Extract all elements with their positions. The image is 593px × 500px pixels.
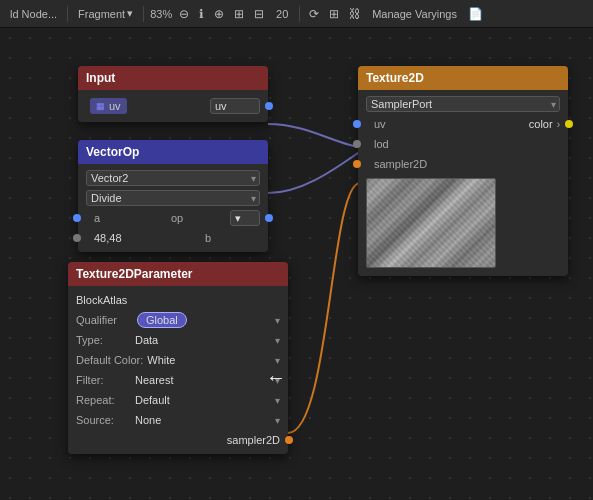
mode-dropdown[interactable]: Fragment ▾ — [74, 5, 137, 22]
vectorop-header: VectorOp — [78, 140, 268, 164]
source-chevron: ▾ — [275, 415, 280, 426]
source-label: Source: — [76, 414, 131, 426]
canvas-area[interactable]: Input ▦ uv uv VectorOp — [0, 28, 593, 500]
input-uv-row: ▦ uv uv — [78, 94, 268, 118]
samplerport-select[interactable]: SamplerPort — [366, 96, 560, 112]
type-label: Type: — [76, 334, 131, 346]
default-color-val: White — [147, 354, 175, 366]
vectorop-b-port[interactable] — [73, 234, 81, 242]
vectorop-type-row: Vector2 — [78, 168, 268, 188]
texture2d-sampler-row: SamplerPort — [358, 94, 568, 114]
t2dparam-filter-row: Filter: Nearest ▾ — [68, 370, 288, 390]
node-texture2d: Texture2D SamplerPort uv color › — [358, 66, 568, 276]
node-texture2dparam: Texture2DParameter BlockAtlas Qualifier … — [68, 262, 288, 454]
texture2d-sampler2d-port[interactable] — [353, 160, 361, 168]
zoom-number: 20 — [271, 8, 293, 20]
link-button[interactable]: ⛓ — [346, 6, 364, 22]
op-select[interactable]: ▾ — [230, 210, 260, 226]
node-input: Input ▦ uv uv — [78, 66, 268, 122]
separator-1 — [67, 6, 68, 22]
type-chevron: ▾ — [275, 335, 280, 346]
texture2d-sampler2d-row: sampler2D — [358, 154, 568, 174]
t2dparam-name: BlockAtlas — [76, 294, 127, 306]
texture-noise — [367, 179, 495, 267]
t2dparam-body: BlockAtlas Qualifier Global ▾ Type: Data… — [68, 286, 288, 454]
t2dparam-output-port[interactable] — [285, 436, 293, 444]
t2dparam-repeat-row: Repeat: Default ▾ — [68, 390, 288, 410]
arrow-indicator: ← — [266, 366, 286, 389]
texture2d-body: SamplerPort uv color › lod — [358, 90, 568, 276]
texture2d-uv-port[interactable] — [353, 120, 361, 128]
manage-varyings[interactable]: Manage Varyings — [368, 6, 461, 22]
input-body: ▦ uv uv — [78, 90, 268, 122]
uv-icon: ▦ — [96, 101, 105, 111]
texture2d-lod-port[interactable] — [353, 140, 361, 148]
t2dparam-color-row: Default Color: White ▾ — [68, 350, 288, 370]
grid-button-2[interactable]: ⊟ — [251, 6, 267, 22]
op-label: op — [171, 212, 226, 224]
texture-preview — [366, 178, 496, 268]
qualifier-chevron: ▾ — [275, 315, 280, 326]
filter-val: Nearest — [135, 374, 174, 386]
t2dparam-type-row: Type: Data ▾ — [68, 330, 288, 350]
node-vectorop: VectorOp Vector2 Divide — [78, 140, 268, 252]
texture2d-header: Texture2D — [358, 66, 568, 90]
input-uv-select[interactable]: uv — [210, 98, 260, 114]
samplerport-wrap: SamplerPort — [366, 96, 560, 112]
t2dparam-header: Texture2DParameter — [68, 262, 288, 286]
separator-2 — [143, 6, 144, 22]
t2dparam-source-row: Source: None ▾ — [68, 410, 288, 430]
texture2d-uv-row: uv color › — [358, 114, 568, 134]
qualifier-value[interactable]: Global — [137, 312, 187, 328]
toolbar: ld Node... Fragment ▾ 83% ⊖ ℹ ⊕ ⊞ ⊟ 20 ⟳… — [0, 0, 593, 28]
info-button[interactable]: ℹ — [196, 6, 207, 22]
texture2d-sampler2d-label: sampler2D — [374, 158, 429, 170]
texture2d-color-port[interactable] — [565, 120, 573, 128]
a-label: a — [94, 212, 149, 224]
t2dparam-qualifier-row: Qualifier Global ▾ — [68, 310, 288, 330]
texture2d-uv-label: uv — [374, 118, 429, 130]
qualifier-label: Qualifier — [76, 314, 131, 326]
file-button[interactable]: 📄 — [465, 6, 486, 22]
zoom-in-button[interactable]: ⊕ — [211, 6, 227, 22]
node-label[interactable]: ld Node... — [6, 6, 61, 22]
uv-pill[interactable]: ▦ uv — [90, 98, 127, 114]
divide-select[interactable]: Divide — [86, 190, 260, 206]
vectorop-b-row: 48,48 b — [78, 228, 268, 248]
refresh-button[interactable]: ⟳ — [306, 6, 322, 22]
repeat-chevron: ▾ — [275, 395, 280, 406]
t2dparam-sampler2d-label: sampler2D — [227, 434, 280, 446]
texture2d-color-label: color — [529, 118, 553, 130]
vectorop-value: 48,48 — [94, 232, 122, 244]
vectorop-a-row: a op ▾ — [78, 208, 268, 228]
b-label: b — [205, 232, 260, 244]
t2dparam-name-row: BlockAtlas — [68, 290, 288, 310]
divide-select-wrap: Divide — [86, 190, 260, 206]
uv-pill-label: uv — [109, 100, 121, 112]
input-header: Input — [78, 66, 268, 90]
arrow-right-icon: › — [557, 119, 560, 130]
t2dparam-sampler2d-row: sampler2D — [68, 430, 288, 450]
texture2d-lod-row: lod — [358, 134, 568, 154]
source-val: None — [135, 414, 161, 426]
repeat-label: Repeat: — [76, 394, 131, 406]
vectorop-body: Vector2 Divide a op ▾ — [78, 164, 268, 252]
vector2-select[interactable]: Vector2 — [86, 170, 260, 186]
vector2-select-wrap: Vector2 — [86, 170, 260, 186]
vectorop-a-port[interactable] — [73, 214, 81, 222]
vectorop-op-row: Divide — [78, 188, 268, 208]
filter-label: Filter: — [76, 374, 131, 386]
zoom-label: 83% — [150, 8, 172, 20]
texture2d-lod-label: lod — [374, 138, 429, 150]
default-color-label: Default Color: — [76, 354, 143, 366]
table-button[interactable]: ⊞ — [326, 6, 342, 22]
input-uv-output-port[interactable] — [265, 102, 273, 110]
color-chevron: ▾ — [275, 355, 280, 366]
vectorop-op-port[interactable] — [265, 214, 273, 222]
type-val: Data — [135, 334, 158, 346]
grid-button-1[interactable]: ⊞ — [231, 6, 247, 22]
zoom-out-button[interactable]: ⊖ — [176, 6, 192, 22]
separator-3 — [299, 6, 300, 22]
repeat-val: Default — [135, 394, 170, 406]
